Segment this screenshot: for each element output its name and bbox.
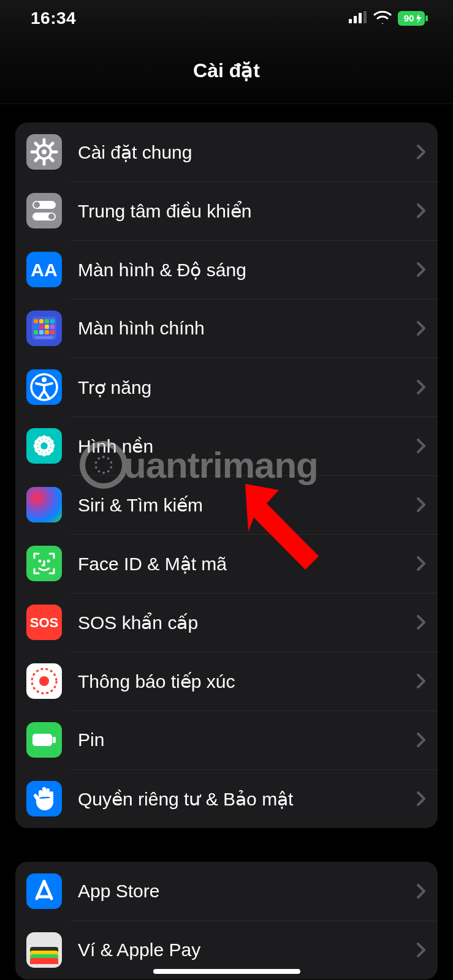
settings-row-siri[interactable]: Siri & Tìm kiếm: [15, 475, 438, 534]
homescreen-icon: [26, 311, 62, 346]
battery-icon: 90: [398, 11, 428, 26]
svg-rect-24: [39, 319, 44, 323]
svg-rect-28: [39, 325, 44, 329]
svg-point-45: [39, 560, 42, 563]
settings-row-label: Màn hình chính: [78, 318, 411, 339]
settings-row-label: Siri & Tìm kiếm: [78, 494, 411, 516]
sos-icon: SOS: [26, 605, 62, 640]
settings-row-exposure[interactable]: Thông báo tiếp xúc: [15, 652, 438, 710]
svg-rect-23: [34, 319, 38, 323]
svg-text:AA: AA: [31, 260, 57, 280]
settings-row-display[interactable]: AAMàn hình & Độ sáng: [15, 240, 438, 299]
settings-row-faceid[interactable]: Face ID & Mật mã: [15, 534, 438, 593]
svg-rect-29: [45, 325, 49, 329]
settings-row-controlctr[interactable]: Trung tâm điều khiển: [15, 181, 438, 240]
chevron-right-icon: [417, 262, 425, 277]
svg-rect-34: [50, 330, 55, 334]
faceid-icon: [26, 546, 62, 581]
svg-rect-27: [34, 325, 38, 329]
settings-row-battery[interactable]: Pin: [15, 710, 438, 769]
hand-icon: [26, 781, 62, 816]
svg-line-13: [36, 143, 39, 146]
svg-rect-1: [354, 16, 357, 23]
nav-header: Cài đặt: [0, 37, 453, 104]
chevron-right-icon: [417, 321, 425, 336]
chevron-right-icon: [417, 439, 425, 453]
svg-line-15: [50, 143, 53, 146]
svg-rect-3: [364, 11, 367, 23]
settings-row-label: Hình nền: [78, 435, 411, 457]
svg-rect-51: [53, 737, 56, 743]
svg-rect-32: [39, 330, 44, 334]
chevron-right-icon: [417, 497, 425, 512]
svg-text:90: 90: [404, 13, 414, 23]
chevron-right-icon: [417, 203, 425, 218]
settings-row-label: Màn hình & Độ sáng: [78, 259, 411, 281]
svg-rect-33: [45, 330, 49, 334]
wallpaper-icon: [26, 428, 62, 464]
status-bar: 16:34 90: [0, 0, 453, 37]
settings-row-label: SOS khẩn cấp: [78, 612, 411, 633]
settings-row-wallpaper[interactable]: Hình nền: [15, 417, 438, 475]
svg-rect-26: [50, 319, 55, 323]
svg-rect-0: [349, 19, 352, 23]
battery-icon: [26, 722, 62, 758]
appstore-icon: [26, 873, 62, 909]
status-right: 90: [349, 10, 428, 26]
settings-row-label: Pin: [78, 729, 411, 750]
page-title: Cài đặt: [193, 59, 260, 82]
chevron-right-icon: [417, 145, 425, 159]
chevron-right-icon: [417, 556, 425, 571]
aa-icon: AA: [26, 252, 62, 287]
chevron-right-icon: [417, 615, 425, 630]
settings-row-privacy[interactable]: Quyền riêng tư & Bảo mật: [15, 769, 438, 828]
settings-group-2: App Store Ví & Apple Pay: [15, 862, 438, 979]
svg-point-46: [47, 560, 50, 563]
settings-row-label: Face ID & Mật mã: [78, 553, 411, 575]
settings-row-label: Quyền riêng tư & Bảo mật: [78, 788, 411, 810]
settings-row-homescreen[interactable]: Màn hình chính: [15, 299, 438, 358]
status-time: 16:34: [31, 9, 76, 28]
wallet-icon: [26, 932, 62, 968]
svg-rect-50: [32, 734, 52, 746]
settings-row-accessibility[interactable]: Trợ năng: [15, 358, 438, 417]
settings-row-label: App Store: [78, 881, 411, 902]
switches-icon: [26, 193, 62, 228]
accessibility-icon: [26, 369, 62, 405]
cellular-icon: [349, 11, 367, 26]
settings-row-label: Ví & Apple Pay: [78, 940, 411, 960]
chevron-right-icon: [417, 733, 425, 747]
chevron-right-icon: [417, 943, 425, 957]
settings-group-1: Cài đặt chungTrung tâm điều khiểnAAMàn h…: [15, 123, 438, 828]
exposure-icon: [26, 663, 62, 699]
settings-row-appstore[interactable]: App Store: [15, 862, 438, 921]
chevron-right-icon: [417, 884, 425, 899]
chevron-right-icon: [417, 674, 425, 688]
gear-icon: [26, 134, 62, 170]
settings-row-label: Cài đặt chung: [78, 141, 411, 163]
svg-point-49: [39, 676, 49, 686]
svg-rect-5: [425, 15, 428, 21]
svg-point-37: [42, 377, 47, 382]
settings-content: Cài đặt chungTrung tâm điều khiểnAAMàn h…: [0, 104, 453, 979]
svg-rect-31: [34, 330, 38, 334]
svg-rect-2: [359, 13, 362, 23]
chevron-right-icon: [417, 380, 425, 394]
svg-point-16: [42, 149, 47, 154]
siri-icon: [26, 487, 62, 522]
wifi-icon: [373, 10, 392, 26]
svg-text:SOS: SOS: [30, 615, 58, 630]
settings-row-sos[interactable]: SOSSOS khẩn cấp: [15, 593, 438, 652]
settings-row-general[interactable]: Cài đặt chung: [15, 123, 438, 181]
svg-rect-25: [45, 319, 49, 323]
svg-point-18: [34, 202, 40, 208]
svg-line-9: [50, 157, 53, 160]
svg-point-20: [48, 214, 55, 220]
home-indicator: [153, 969, 300, 974]
settings-row-label: Trợ năng: [78, 377, 411, 398]
settings-row-label: Trung tâm điều khiển: [78, 200, 411, 222]
chevron-right-icon: [417, 791, 425, 806]
settings-row-label: Thông báo tiếp xúc: [78, 671, 411, 692]
svg-point-52: [43, 880, 46, 883]
svg-line-11: [36, 157, 39, 160]
